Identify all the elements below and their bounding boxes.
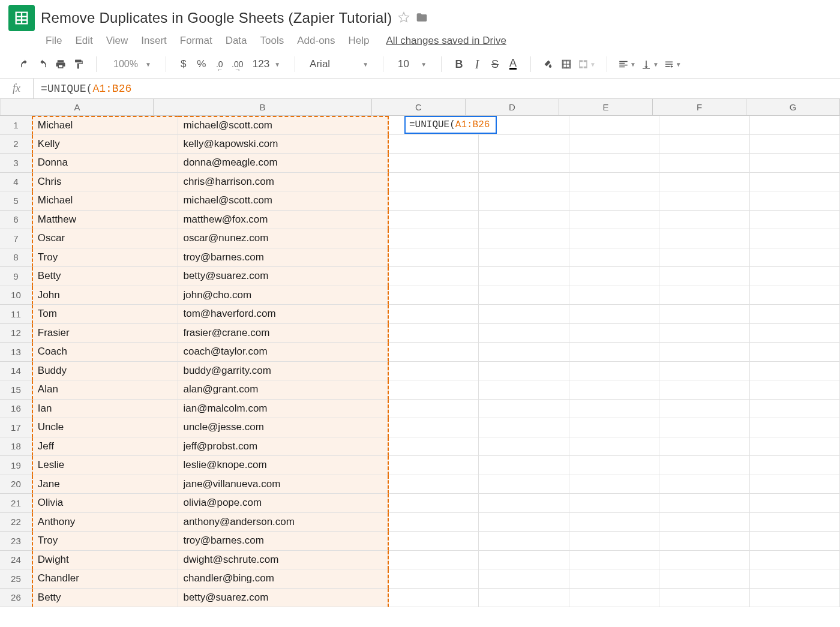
row-header[interactable]: 1	[0, 116, 32, 135]
cell[interactable]	[659, 324, 749, 343]
cell[interactable]: buddy@garrity.com	[178, 362, 388, 381]
cell[interactable]	[569, 267, 659, 286]
cell[interactable]: Jeff	[32, 437, 179, 457]
cell[interactable]	[569, 475, 659, 494]
cell[interactable]	[659, 551, 749, 570]
cell[interactable]	[750, 589, 840, 608]
cell[interactable]	[659, 154, 749, 173]
cell[interactable]	[569, 513, 659, 532]
row-header[interactable]: 5	[0, 191, 32, 211]
cell[interactable]	[659, 380, 749, 400]
cell[interactable]: john@cho.com	[178, 286, 388, 305]
fill-color-button[interactable]	[542, 56, 555, 72]
cell[interactable]	[659, 173, 749, 192]
cell[interactable]	[389, 343, 479, 362]
cell[interactable]	[750, 551, 840, 570]
cell[interactable]	[479, 494, 569, 513]
column-header-E[interactable]: E	[559, 99, 653, 116]
cell[interactable]	[389, 191, 479, 211]
row-header[interactable]: 22	[0, 513, 32, 532]
cell[interactable]	[659, 532, 749, 551]
cell[interactable]	[569, 305, 659, 324]
cell[interactable]	[659, 211, 749, 230]
cell[interactable]	[750, 437, 840, 457]
cell[interactable]: Dwight	[32, 551, 179, 570]
cell[interactable]: anthony@anderson.com	[178, 513, 388, 532]
font-family-dropdown[interactable]: Arial▼	[306, 58, 372, 70]
cell[interactable]: Olivia	[32, 494, 179, 513]
cell[interactable]	[569, 532, 659, 551]
cell[interactable]: olivia@pope.com	[178, 494, 388, 513]
cell[interactable]	[389, 305, 479, 324]
cell[interactable]: dwight@schrute.com	[178, 551, 388, 570]
cell[interactable]	[389, 135, 479, 154]
column-header-D[interactable]: D	[466, 99, 559, 116]
document-title[interactable]: Remove Duplicates in Google Sheets (Zapi…	[41, 10, 392, 26]
menu-data[interactable]: Data	[226, 35, 247, 47]
cell[interactable]: jane@villanueva.com	[178, 475, 388, 494]
cell[interactable]	[750, 400, 840, 419]
cell[interactable]	[750, 569, 840, 589]
cell[interactable]	[479, 532, 569, 551]
cell[interactable]: Betty	[32, 267, 179, 286]
cell[interactable]	[659, 135, 749, 154]
paint-format-button[interactable]	[72, 56, 85, 72]
cell[interactable]	[750, 343, 840, 362]
cell[interactable]: oscar@nunez.com	[178, 229, 388, 248]
cell[interactable]: troy@barnes.com	[178, 532, 388, 551]
cell[interactable]	[479, 569, 569, 589]
cell[interactable]	[750, 173, 840, 192]
cell[interactable]	[750, 513, 840, 532]
redo-button[interactable]	[36, 56, 49, 72]
cell[interactable]	[750, 362, 840, 381]
cell[interactable]	[389, 475, 479, 494]
cell[interactable]	[479, 229, 569, 248]
cell[interactable]	[750, 191, 840, 211]
text-color-button[interactable]: A	[506, 56, 520, 72]
row-header[interactable]: 14	[0, 362, 32, 381]
row-header[interactable]: 21	[0, 494, 32, 513]
cell[interactable]: michael@scott.com	[178, 116, 388, 135]
cell[interactable]: alan@grant.com	[178, 380, 388, 400]
column-header-F[interactable]: F	[653, 99, 746, 116]
cell[interactable]	[479, 248, 569, 268]
format-currency-button[interactable]: $	[177, 56, 190, 72]
cell[interactable]	[750, 229, 840, 248]
cell[interactable]	[750, 135, 840, 154]
print-button[interactable]	[54, 56, 67, 72]
cell[interactable]	[750, 324, 840, 343]
cell[interactable]: ian@malcolm.com	[178, 400, 388, 419]
increase-decimal-button[interactable]: .00→	[231, 56, 244, 72]
cell[interactable]	[569, 362, 659, 381]
row-header[interactable]: 4	[0, 173, 32, 192]
folder-icon[interactable]	[416, 11, 428, 25]
italic-button[interactable]: I	[470, 56, 484, 72]
format-percent-button[interactable]: %	[195, 56, 208, 72]
cell[interactable]: Anthony	[32, 513, 179, 532]
row-header[interactable]: 7	[0, 229, 32, 248]
cell[interactable]: Michael	[32, 191, 179, 211]
cell[interactable]	[479, 551, 569, 570]
column-header-A[interactable]: A	[1, 99, 154, 116]
cell[interactable]	[479, 400, 569, 419]
cell[interactable]	[750, 116, 840, 135]
cell[interactable]	[389, 267, 479, 286]
cell[interactable]	[750, 248, 840, 268]
cell[interactable]	[479, 286, 569, 305]
row-header[interactable]: 9	[0, 267, 32, 286]
menu-tools[interactable]: Tools	[260, 35, 284, 47]
cell[interactable]: Matthew	[32, 211, 179, 230]
menu-add-ons[interactable]: Add-ons	[297, 35, 335, 47]
cell[interactable]	[569, 191, 659, 211]
save-status[interactable]: All changes saved in Drive	[386, 35, 506, 47]
cell[interactable]	[389, 154, 479, 173]
cell[interactable]: troy@barnes.com	[178, 248, 388, 268]
cell[interactable]	[569, 116, 659, 135]
cell[interactable]	[659, 494, 749, 513]
cell[interactable]	[479, 135, 569, 154]
row-header[interactable]: 24	[0, 551, 32, 570]
cell[interactable]	[389, 456, 479, 475]
cell[interactable]	[479, 267, 569, 286]
row-header[interactable]: 8	[0, 248, 32, 268]
row-header[interactable]: 12	[0, 324, 32, 343]
